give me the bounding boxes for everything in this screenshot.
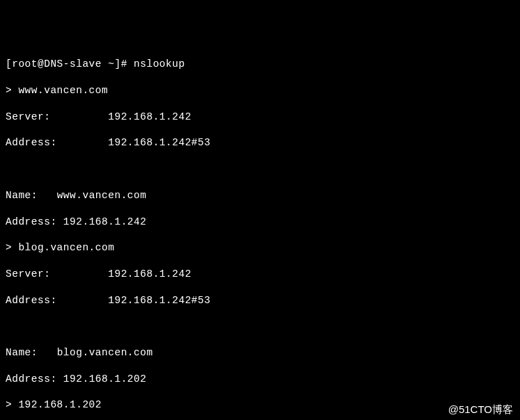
blank-line	[6, 320, 513, 333]
blank-line	[6, 163, 513, 176]
query-prompt: >	[6, 399, 18, 410]
query-line[interactable]: > www.vancen.com	[6, 84, 513, 97]
address-line: Address: 192.168.1.242#53	[6, 294, 513, 307]
result-address-line: Address: 192.168.1.242	[6, 216, 513, 229]
query-prompt: >	[6, 242, 18, 253]
shell-prompt-line: [root@DNS-slave ~]# nslookup	[6, 58, 513, 71]
command: nslookup	[134, 58, 185, 70]
query-line[interactable]: > blog.vancen.com	[6, 241, 513, 255]
result-address-line: Address: 192.168.1.202	[6, 373, 513, 386]
query-prompt: >	[6, 85, 18, 96]
shell-prompt: [root@DNS-slave ~]#	[6, 58, 134, 70]
server-line: Server: 192.168.1.242	[6, 268, 513, 281]
query-line[interactable]: > 192.168.1.202	[6, 398, 513, 412]
query-input: blog.vancen.com	[18, 242, 114, 253]
query-input: 192.168.1.202	[18, 399, 102, 410]
result-name-line: Name: www.vancen.com	[6, 189, 513, 202]
watermark: @51CTO博客	[448, 403, 513, 417]
address-line: Address: 192.168.1.242#53	[6, 136, 513, 150]
query-input: www.vancen.com	[18, 85, 108, 96]
server-line: Server: 192.168.1.242	[6, 111, 513, 124]
result-name-line: Name: blog.vancen.com	[6, 346, 513, 360]
